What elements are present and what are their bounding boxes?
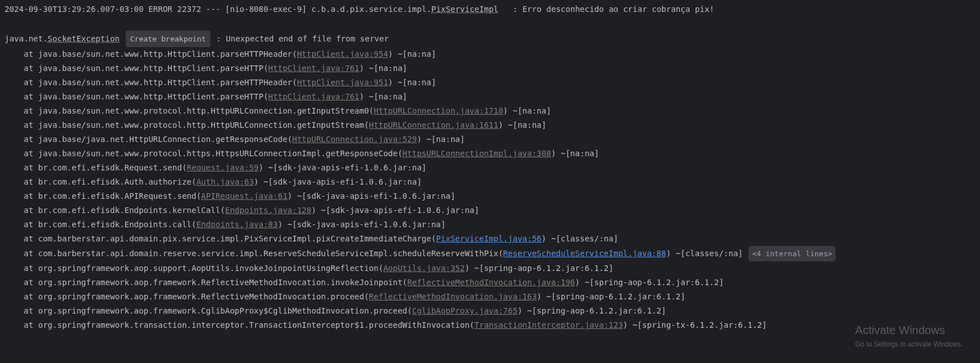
stack-jar-info: ) ~[sdk-java-apis-efi-1.0.6.jar:na]: [278, 220, 445, 229]
stack-indent: at: [5, 320, 38, 329]
source-link[interactable]: HttpURLConnection.java:1710: [374, 106, 503, 115]
source-link[interactable]: HttpURLConnection.java:529: [292, 135, 417, 144]
stacktrace-line: at br.com.efi.efisdk.Endpoints.call(Endp…: [5, 218, 975, 232]
source-link[interactable]: Endpoints.java:128: [225, 206, 312, 215]
source-link[interactable]: HttpClient.java:761: [268, 64, 359, 73]
stack-indent: at: [5, 177, 38, 186]
source-link[interactable]: ReflectiveMethodInvocation.java:163: [369, 292, 537, 301]
stack-indent: at: [5, 135, 38, 144]
stack-indent: at: [5, 249, 38, 258]
stack-method: org.springframework.transaction.intercep…: [38, 320, 474, 329]
stack-jar-info: ) ~[spring-aop-6.1.2.jar:6.1.2]: [518, 306, 666, 315]
stack-indent: at: [5, 191, 38, 201]
stack-method: br.com.efi.efisdk.Endpoints.call(: [38, 220, 196, 229]
stack-jar-info: ) ~[sdk-java-apis-efi-1.0.6.jar:na]: [254, 177, 421, 186]
log-pid: 22372: [177, 5, 201, 14]
source-link[interactable]: TransactionInterceptor.java:123: [474, 320, 623, 329]
stacktrace-line: at br.com.efi.efisdk.Request.send(Reques…: [5, 161, 975, 175]
watermark-subtitle: Go to Settings to activate Windows.: [855, 337, 963, 352]
source-link[interactable]: HttpClient.java:954: [297, 49, 388, 59]
stack-jar-info: ) ~[na:na]: [388, 78, 436, 87]
source-link[interactable]: Request.java:59: [187, 163, 258, 172]
source-link[interactable]: CglibAopProxy.java:765: [412, 306, 517, 315]
stack-indent: at: [5, 78, 38, 87]
exception-class-link[interactable]: SocketException: [48, 34, 119, 43]
stack-method: com.barberstar.api.domain.reserve.servic…: [38, 249, 503, 258]
blank-line: [5, 16, 975, 31]
log-thread: [nio-8080-exec-9]: [225, 5, 307, 14]
stack-indent: at: [5, 234, 38, 243]
stacktrace-line: at java.base/sun.net.www.protocol.https.…: [5, 147, 975, 161]
stack-jar-info: ) ~[na:na]: [503, 106, 551, 115]
stack-jar-info: ) ~[classes/:na]: [541, 234, 618, 243]
stack-indent: at: [5, 278, 38, 287]
stacktrace-line: at com.barberstar.api.domain.pix.service…: [5, 232, 975, 246]
source-link[interactable]: HttpClient.java:761: [268, 92, 359, 101]
stacktrace-line: at org.springframework.aop.framework.Cgl…: [5, 304, 975, 318]
stack-indent: at: [5, 292, 38, 301]
stacktrace-line: at br.com.efi.efisdk.APIRequest.send(API…: [5, 189, 975, 203]
stack-jar-info: ) ~[na:na]: [498, 120, 546, 130]
source-link[interactable]: HttpURLConnection.java:1611: [369, 120, 499, 130]
exception-prefix: java.net.: [5, 34, 48, 43]
stack-method: com.barberstar.api.domain.pix.service.im…: [38, 234, 436, 243]
stacktrace-line: at java.base/sun.net.www.protocol.http.H…: [5, 104, 975, 118]
logger-prefix: c.b.a.d.pix.service.impl.: [312, 5, 432, 14]
stack-method: org.springframework.aop.framework.Reflec…: [38, 292, 369, 301]
stack-jar-info: ) ~[na:na]: [388, 49, 436, 59]
stacktrace-line: at br.com.efi.efisdk.Endpoints.kernelCal…: [5, 203, 975, 218]
stack-method: org.springframework.aop.framework.CglibA…: [38, 306, 412, 315]
exception-message: : Unexpected end of file from server: [212, 34, 389, 43]
stack-indent: at: [5, 206, 38, 215]
stack-indent: at: [5, 64, 38, 73]
stacktrace-container: at java.base/sun.net.www.http.HttpClient…: [5, 47, 975, 332]
stack-jar-info: ) ~[na:na]: [417, 135, 465, 144]
stack-indent: at: [5, 149, 38, 158]
source-link[interactable]: ReserveScheduleServiceImpl.java:88: [503, 249, 667, 258]
stack-jar-info: ) ~[classes/:na]: [666, 249, 747, 258]
stack-method: br.com.efi.efisdk.Request.send(: [38, 163, 187, 172]
logger-class-link[interactable]: PixServiceImpl: [431, 5, 498, 14]
stacktrace-line: at java.base/sun.net.www.http.HttpClient…: [5, 76, 975, 90]
stack-method: java.base/sun.net.www.http.HttpClient.pa…: [38, 92, 268, 101]
source-link[interactable]: APIRequest.java:61: [201, 191, 288, 201]
log-sep: ---: [206, 5, 220, 14]
source-link[interactable]: HttpClient.java:951: [297, 78, 388, 87]
stack-indent: at: [5, 306, 38, 315]
source-link[interactable]: Endpoints.java:83: [196, 220, 278, 229]
exception-line: java.net.SocketException Create breakpoi…: [5, 31, 975, 47]
stacktrace-line: at org.springframework.transaction.inter…: [5, 318, 975, 332]
stack-jar-info: ) ~[spring-tx-6.1.2.jar:6.1.2]: [623, 320, 767, 329]
stack-jar-info: ) ~[na:na]: [359, 92, 407, 101]
collapsed-frames-badge[interactable]: <4 internal lines>: [749, 246, 836, 261]
log-message: : Erro desconhecido ao criar cobrança pi…: [498, 5, 714, 14]
stacktrace-line: at br.com.efi.efisdk.Auth.authorize(Auth…: [5, 175, 975, 189]
source-link[interactable]: PixServiceImpl.java:56: [436, 234, 541, 243]
stack-jar-info: ) ~[na:na]: [551, 149, 599, 158]
source-link[interactable]: Auth.java:63: [196, 177, 254, 186]
source-link[interactable]: AopUtils.java:352: [383, 264, 465, 273]
stack-jar-info: ) ~[sdk-java-apis-efi-1.0.6.jar:na]: [259, 163, 427, 172]
log-header-line: 2024-09-30T13:29:26.007-03:00 ERROR 2237…: [5, 2, 975, 16]
stack-method: org.springframework.aop.support.AopUtils…: [38, 264, 383, 273]
log-level: ERROR: [148, 5, 172, 14]
stack-indent: at: [5, 106, 38, 115]
stacktrace-line: at org.springframework.aop.framework.Ref…: [5, 290, 975, 304]
stack-indent: at: [5, 49, 38, 59]
stacktrace-line: at com.barberstar.api.domain.reserve.ser…: [5, 246, 975, 261]
stack-method: java.base/sun.net.www.http.HttpClient.pa…: [38, 49, 297, 59]
stack-method: br.com.efi.efisdk.APIRequest.send(: [38, 191, 201, 201]
stack-indent: at: [5, 220, 38, 229]
stacktrace-line: at org.springframework.aop.support.AopUt…: [5, 261, 975, 276]
stack-jar-info: ) ~[spring-aop-6.1.2.jar:6.1.2]: [465, 264, 613, 273]
source-link[interactable]: ReflectiveMethodInvocation.java:196: [407, 278, 575, 287]
stack-method: org.springframework.aop.framework.Reflec…: [38, 278, 407, 287]
create-breakpoint-button[interactable]: Create breakpoint: [126, 31, 210, 47]
stack-method: br.com.efi.efisdk.Endpoints.kernelCall(: [38, 206, 225, 215]
stack-indent: at: [5, 120, 38, 130]
stacktrace-line: at java.base/java.net.HttpURLConnection.…: [5, 132, 975, 147]
stacktrace-line: at java.base/sun.net.www.http.HttpClient…: [5, 47, 975, 61]
stack-method: java.base/sun.net.www.http.HttpClient.pa…: [38, 64, 268, 73]
stacktrace-line: at java.base/sun.net.www.http.HttpClient…: [5, 61, 975, 76]
source-link[interactable]: HttpsURLConnectionImpl.java:308: [403, 149, 551, 158]
